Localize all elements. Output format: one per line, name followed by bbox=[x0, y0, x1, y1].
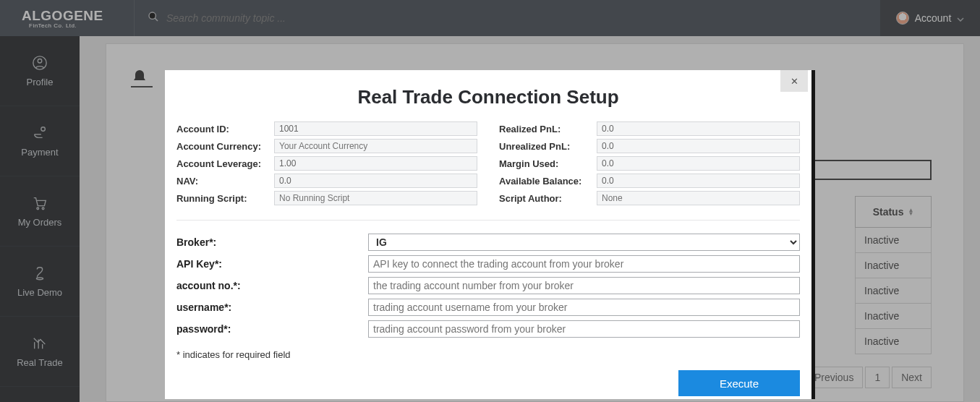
close-icon: ✕ bbox=[791, 76, 798, 87]
account-leverage-field[interactable] bbox=[274, 156, 477, 171]
required-note: * indicates for required field bbox=[176, 349, 800, 360]
account-no-field[interactable] bbox=[368, 277, 800, 294]
running-script-field[interactable] bbox=[274, 191, 477, 205]
field-label: username*: bbox=[176, 302, 368, 313]
account-currency-field[interactable] bbox=[274, 139, 477, 153]
field-label: API Key*: bbox=[176, 258, 368, 270]
left-column: Account ID: Account Currency: Account Le… bbox=[176, 121, 477, 208]
field-label: Available Balance: bbox=[499, 176, 597, 187]
available-balance-field[interactable] bbox=[597, 174, 800, 188]
modal-trade-setup: ✕ Real Trade Connection Setup Account ID… bbox=[165, 70, 815, 399]
margin-used-field[interactable] bbox=[597, 156, 800, 171]
script-author-field[interactable] bbox=[597, 191, 800, 205]
field-label: Broker*: bbox=[176, 236, 368, 248]
field-label: Realized PnL: bbox=[499, 124, 597, 134]
account-id-field[interactable] bbox=[274, 121, 477, 136]
modal-title: Real Trade Connection Setup bbox=[165, 70, 811, 121]
unrealized-pnl-field[interactable] bbox=[597, 139, 800, 153]
close-button[interactable]: ✕ bbox=[780, 70, 808, 92]
field-label: password*: bbox=[176, 323, 368, 335]
field-label: Account Currency: bbox=[176, 141, 274, 152]
right-column: Realized PnL: Unrealized PnL: Margin Use… bbox=[499, 121, 800, 208]
field-label: Running Script: bbox=[176, 193, 274, 204]
divider bbox=[176, 220, 800, 221]
field-label: Script Author: bbox=[499, 193, 597, 204]
field-label: Account ID: bbox=[176, 124, 274, 134]
api-key-field[interactable] bbox=[368, 255, 800, 273]
nav-field[interactable] bbox=[274, 174, 477, 188]
password-field[interactable] bbox=[368, 320, 800, 338]
execute-button[interactable]: Execute bbox=[678, 370, 800, 396]
field-label: Unrealized PnL: bbox=[499, 141, 597, 152]
field-label: Margin Used: bbox=[499, 158, 597, 169]
field-label: account no.*: bbox=[176, 280, 368, 291]
broker-select[interactable]: IG bbox=[368, 234, 800, 251]
username-field[interactable] bbox=[368, 299, 800, 316]
realized-pnl-field[interactable] bbox=[597, 121, 800, 136]
field-label: Account Leverage: bbox=[176, 158, 274, 169]
field-label: NAV: bbox=[176, 176, 274, 187]
